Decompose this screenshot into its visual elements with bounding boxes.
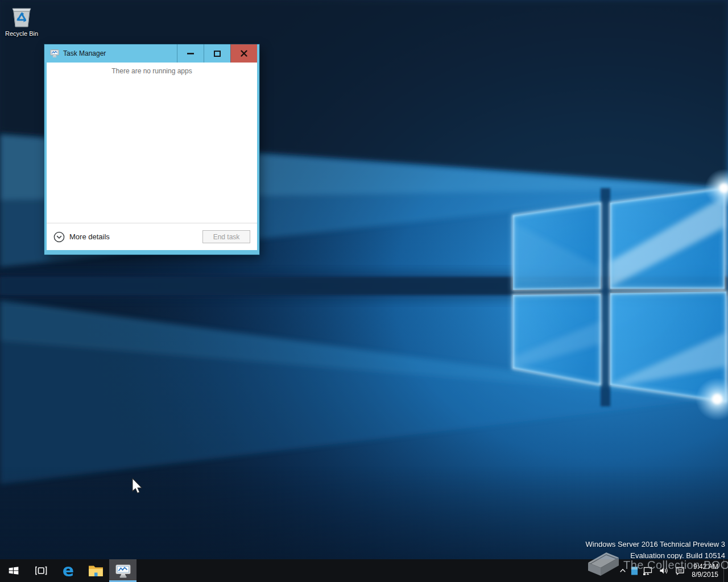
hidden-icons-button[interactable] xyxy=(617,559,628,582)
empty-state-message: There are no running apps xyxy=(47,63,257,75)
clock-date: 8/9/2015 xyxy=(692,571,718,579)
task-manager-icon xyxy=(115,563,131,579)
svg-text:e: e xyxy=(63,561,74,580)
show-desktop-button[interactable] xyxy=(723,559,728,582)
desktop-icon-recycle-bin[interactable]: Recycle Bin xyxy=(3,3,40,38)
evaluation-watermark: Windows Server 2016 Technical Preview 3 … xyxy=(586,539,725,562)
tray-app-button[interactable] xyxy=(628,559,640,582)
taskbar-item-task-manager[interactable] xyxy=(109,559,136,582)
recycle-bin-icon xyxy=(9,3,35,29)
task-manager-window: Task Manager xyxy=(44,44,259,255)
minimize-button[interactable] xyxy=(177,44,204,63)
blue-app-icon xyxy=(630,566,639,576)
window-controls xyxy=(177,44,257,63)
task-manager-footer: More details End task xyxy=(47,223,257,250)
taskbar-empty-area xyxy=(136,559,617,582)
volume-icon xyxy=(659,566,669,575)
mouse-cursor xyxy=(132,478,142,494)
close-button[interactable] xyxy=(230,44,257,63)
end-task-button[interactable]: End task xyxy=(202,230,250,243)
taskbar: e xyxy=(0,559,728,582)
taskbar-item-edge[interactable]: e xyxy=(55,559,82,582)
edge-icon: e xyxy=(59,561,77,580)
maximize-button[interactable] xyxy=(204,44,230,63)
maximize-icon xyxy=(214,51,221,57)
close-icon xyxy=(241,50,247,57)
task-manager-titlebar[interactable]: Task Manager xyxy=(44,44,259,63)
action-center-icon xyxy=(675,566,685,576)
folder-icon xyxy=(88,564,104,577)
window-title: Task Manager xyxy=(63,49,106,57)
network-icon xyxy=(643,566,653,576)
system-tray: 9:42 AM 8/9/2015 xyxy=(617,559,728,582)
taskbar-item-file-explorer[interactable] xyxy=(82,559,109,582)
action-center-button[interactable] xyxy=(672,559,688,582)
chevron-down-circle-icon xyxy=(53,231,65,243)
start-button[interactable] xyxy=(0,559,27,582)
clock-time: 9:42 AM xyxy=(692,563,718,571)
task-view-icon xyxy=(34,564,48,577)
task-manager-icon xyxy=(50,49,59,58)
windows-logo-icon xyxy=(8,565,19,576)
volume-button[interactable] xyxy=(656,559,672,582)
more-details-button[interactable]: More details xyxy=(53,231,110,243)
watermark-line1: Windows Server 2016 Technical Preview 3 xyxy=(586,539,725,550)
chevron-up-icon xyxy=(619,567,627,574)
desktop-icon-label: Recycle Bin xyxy=(3,30,40,38)
task-view-button[interactable] xyxy=(27,559,55,582)
clock[interactable]: 9:42 AM 8/9/2015 xyxy=(688,563,723,579)
minimize-icon xyxy=(187,51,194,56)
network-button[interactable] xyxy=(640,559,656,582)
desktop: Recycle Bin Task Manager xyxy=(0,0,728,582)
task-manager-client-area: There are no running apps xyxy=(47,63,257,223)
more-details-label: More details xyxy=(69,232,110,241)
